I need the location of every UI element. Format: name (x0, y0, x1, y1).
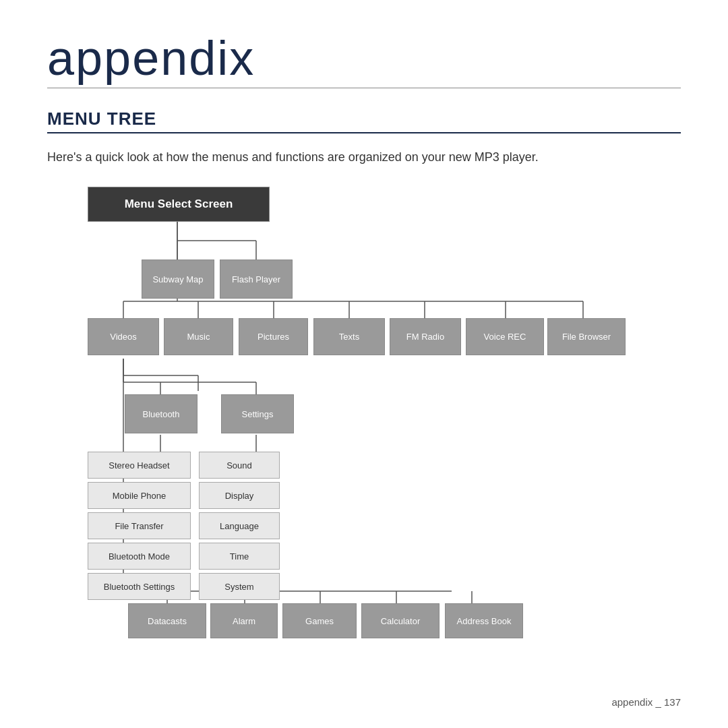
section-title: MENU TREE (47, 109, 681, 129)
subway-map-box: Subway Map (142, 260, 214, 299)
time-box: Time (199, 543, 280, 570)
root-box: Menu Select Screen (88, 187, 270, 222)
menu-tree: Menu Select Screen Subway Map Flash Play… (47, 187, 681, 645)
bluetooth-settings-box: Bluetooth Settings (88, 573, 191, 600)
file-transfer-box: File Transfer (88, 512, 191, 539)
header-rule (47, 88, 681, 88)
music-box: Music (164, 318, 233, 355)
language-box: Language (199, 512, 280, 539)
datacasts-box: Datacasts (128, 603, 206, 638)
intro-text: Here's a quick look at how the menus and… (47, 148, 654, 166)
appendix-title: appendix (47, 34, 681, 82)
file-browser-box: File Browser (547, 318, 626, 355)
bluetooth-box: Bluetooth (125, 394, 198, 433)
bluetooth-mode-box: Bluetooth Mode (88, 543, 191, 570)
alarm-box: Alarm (210, 603, 278, 638)
section-rule (47, 132, 681, 133)
settings-box: Settings (221, 394, 294, 433)
page-number: appendix _ 137 (611, 696, 681, 708)
mobile-phone-box: Mobile Phone (88, 482, 191, 509)
fm-radio-box: FM Radio (390, 318, 461, 355)
system-box: System (199, 573, 280, 600)
pictures-box: Pictures (239, 318, 308, 355)
calculator-box: Calculator (361, 603, 439, 638)
address-book-box: Address Book (445, 603, 523, 638)
games-box: Games (282, 603, 357, 638)
page: appendix MENU TREE Here's a quick look a… (0, 0, 728, 672)
voice-rec-box: Voice REC (466, 318, 544, 355)
display-box: Display (199, 482, 280, 509)
videos-box: Videos (88, 318, 159, 355)
sound-box: Sound (199, 452, 280, 479)
stereo-headset-box: Stereo Headset (88, 452, 191, 479)
texts-box: Texts (313, 318, 385, 355)
flash-player-box: Flash Player (220, 260, 293, 299)
